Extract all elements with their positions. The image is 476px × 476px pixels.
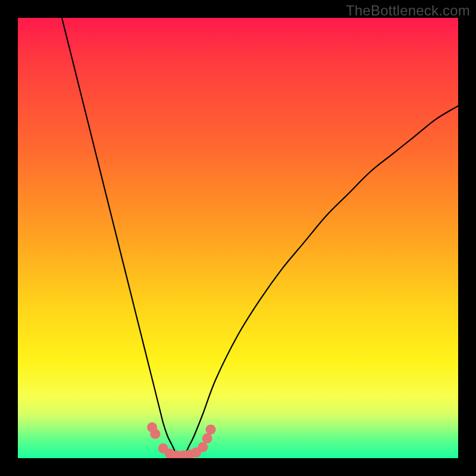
watermark-text: TheBottleneck.com bbox=[346, 2, 470, 19]
outer-frame: TheBottleneck.com bbox=[0, 0, 476, 476]
marker-dots-group bbox=[147, 422, 215, 458]
marker-dot bbox=[198, 442, 208, 452]
marker-dot bbox=[150, 429, 160, 439]
marker-dot bbox=[202, 433, 212, 443]
curve-group bbox=[62, 18, 458, 458]
curve-right-branch bbox=[181, 106, 458, 458]
chart-plot-area bbox=[18, 18, 458, 458]
marker-dot bbox=[206, 424, 216, 434]
curve-left-branch bbox=[62, 18, 181, 458]
chart-svg bbox=[18, 18, 458, 458]
